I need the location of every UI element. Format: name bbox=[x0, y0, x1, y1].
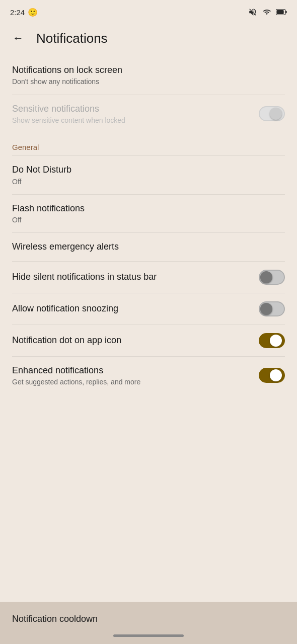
mute-icon bbox=[248, 8, 258, 17]
setting-subtitle: Don't show any notifications bbox=[12, 77, 277, 86]
setting-item-text: Flash notifications Off bbox=[12, 203, 285, 225]
hide-silent-notifications-toggle[interactable] bbox=[259, 270, 285, 285]
setting-title: Hide silent notifications in status bar bbox=[12, 271, 251, 283]
setting-item-text: Notifications on lock screen Don't show … bbox=[12, 64, 285, 87]
toggle-thumb bbox=[260, 303, 272, 315]
page-title: Notifications bbox=[36, 31, 108, 46]
setting-item-text: Do Not Disturb Off bbox=[12, 164, 285, 186]
home-bar bbox=[113, 634, 184, 637]
header: ← Notifications bbox=[0, 22, 297, 56]
back-arrow-icon: ← bbox=[13, 32, 24, 45]
enhanced-notifications-toggle[interactable] bbox=[259, 368, 285, 383]
setting-item-text: Notification dot on app icon bbox=[12, 335, 259, 346]
sensitive-notifications-toggle bbox=[259, 106, 285, 121]
bottom-item-notification-cooldown[interactable]: Notification cooldown bbox=[12, 610, 285, 628]
home-indicator bbox=[12, 628, 285, 639]
content: Notifications on lock screen Don't show … bbox=[0, 56, 297, 394]
setting-item-notification-dot[interactable]: Notification dot on app icon bbox=[12, 325, 285, 356]
status-left: 2:24 🙂 bbox=[10, 8, 38, 17]
setting-item-text: Allow notification snoozing bbox=[12, 303, 259, 314]
wifi-icon bbox=[262, 8, 272, 16]
svg-rect-2 bbox=[277, 10, 284, 14]
setting-item-wireless-emergency-alerts[interactable]: Wireless emergency alerts bbox=[12, 233, 285, 261]
status-bar: 2:24 🙂 bbox=[0, 0, 297, 22]
setting-item-notifications-lock-screen[interactable]: Notifications on lock screen Don't show … bbox=[12, 56, 285, 95]
setting-subtitle: Show sensitive content when locked bbox=[12, 116, 251, 125]
svg-rect-1 bbox=[285, 11, 286, 14]
setting-item-text: Sensitive notifications Show sensitive c… bbox=[12, 103, 259, 125]
bottom-item-title: Notification cooldown bbox=[12, 614, 98, 624]
setting-title: Notification dot on app icon bbox=[12, 335, 251, 346]
setting-title: Enhanced notifications bbox=[12, 365, 251, 376]
setting-title: Notifications on lock screen bbox=[12, 64, 277, 76]
battery-icon bbox=[276, 8, 287, 16]
setting-item-allow-snoozing[interactable]: Allow notification snoozing bbox=[12, 293, 285, 325]
setting-item-text: Enhanced notifications Get suggested act… bbox=[12, 365, 259, 387]
setting-title: Do Not Disturb bbox=[12, 164, 277, 176]
setting-title: Flash notifications bbox=[12, 203, 277, 214]
setting-title: Allow notification snoozing bbox=[12, 303, 251, 314]
setting-item-do-not-disturb[interactable]: Do Not Disturb Off bbox=[12, 156, 285, 194]
bottom-bar: Notification cooldown bbox=[0, 602, 297, 644]
face-icon: 🙂 bbox=[28, 8, 38, 17]
section-label-general: General bbox=[12, 133, 285, 155]
setting-item-text: Wireless emergency alerts bbox=[12, 241, 285, 253]
setting-item-sensitive-notifications: Sensitive notifications Show sensitive c… bbox=[12, 95, 285, 133]
setting-subtitle: Get suggested actions, replies, and more bbox=[12, 377, 251, 386]
setting-subtitle: Off bbox=[12, 215, 277, 224]
setting-item-flash-notifications[interactable]: Flash notifications Off bbox=[12, 195, 285, 233]
setting-title: Sensitive notifications bbox=[12, 103, 251, 115]
setting-subtitle: Off bbox=[12, 177, 277, 186]
allow-snoozing-toggle[interactable] bbox=[259, 301, 285, 316]
setting-item-hide-silent-notifications[interactable]: Hide silent notifications in status bar bbox=[12, 262, 285, 293]
toggle-thumb bbox=[270, 335, 282, 347]
setting-item-enhanced-notifications[interactable]: Enhanced notifications Get suggested act… bbox=[12, 357, 285, 395]
status-right bbox=[248, 8, 287, 17]
back-button[interactable]: ← bbox=[8, 28, 28, 48]
notification-dot-toggle[interactable] bbox=[259, 333, 285, 348]
setting-item-text: Hide silent notifications in status bar bbox=[12, 271, 259, 283]
setting-title: Wireless emergency alerts bbox=[12, 241, 277, 253]
status-time: 2:24 bbox=[10, 8, 25, 17]
toggle-thumb bbox=[260, 271, 272, 283]
